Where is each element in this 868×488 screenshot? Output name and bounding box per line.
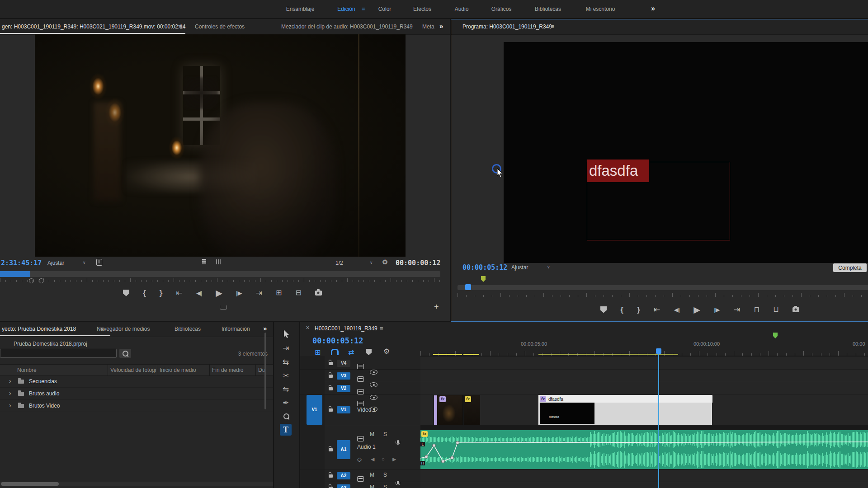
mute-button[interactable]: M xyxy=(370,484,374,488)
step-forward-icon[interactable]: |▶ xyxy=(236,290,242,296)
timeline-playhead-line[interactable] xyxy=(658,349,659,488)
track-badge-v2[interactable]: V2 xyxy=(337,385,350,392)
project-horizontal-scrollbar[interactable] xyxy=(0,482,273,486)
program-mark-in-icon[interactable]: { xyxy=(620,306,623,314)
mark-in-icon[interactable]: { xyxy=(143,289,146,297)
track-select-tool-icon[interactable]: ⇥ xyxy=(283,344,289,352)
selection-tool-icon[interactable] xyxy=(283,330,290,340)
timeline-clips-area[interactable]: fx fx fx dfasdfa dfasdfa xyxy=(420,356,868,488)
volume-rubber-band[interactable] xyxy=(420,430,868,469)
solo-button[interactable]: S xyxy=(383,484,387,488)
source-fit-caret-icon[interactable]: ∨ xyxy=(83,260,86,265)
track-header-a3[interactable]: A3 M S xyxy=(300,482,420,488)
project-tab-info[interactable]: Información xyxy=(222,326,250,332)
workspace-tab-mi-escritorio[interactable]: Mi escritorio xyxy=(586,6,615,12)
bin-label[interactable]: Secuencias xyxy=(29,378,57,385)
program-export-frame-icon[interactable] xyxy=(793,307,799,312)
solo-button[interactable]: S xyxy=(383,431,387,437)
source-tab-active[interactable]: gen: H003C001_190119_R349: H003C021_1901… xyxy=(2,23,186,30)
workspace-tab-efectos[interactable]: Efectos xyxy=(413,6,431,12)
mute-button[interactable]: M xyxy=(370,431,374,437)
next-keyframe-icon[interactable]: ▶ xyxy=(392,456,396,462)
bin-row-secuencias[interactable]: › Secuencias xyxy=(0,375,273,388)
track-output-icon[interactable] xyxy=(357,401,364,406)
project-tab-libraries[interactable]: Bibliotecas xyxy=(175,326,201,332)
column-inicio[interactable]: Inicio de medio xyxy=(160,367,196,373)
source-tab-metadata[interactable]: Meta xyxy=(422,23,434,30)
bin-label[interactable]: Brutos Video xyxy=(29,403,60,409)
drag-av-button-icon[interactable] xyxy=(216,259,221,264)
lift-icon[interactable]: ⊓ xyxy=(754,306,759,313)
go-to-in-icon[interactable]: ⇤ xyxy=(176,289,183,297)
workspace-tab-bibliotecas[interactable]: Bibliotecas xyxy=(535,6,561,12)
track-output-icon[interactable] xyxy=(357,476,364,482)
program-play-button-icon[interactable]: ▶ xyxy=(693,305,700,314)
add-button-icon[interactable]: + xyxy=(434,303,439,311)
program-video-viewport[interactable]: dfasdfa xyxy=(504,42,868,263)
column-velocidad[interactable]: Velocidad de fotogr xyxy=(110,367,157,373)
program-step-forward-icon[interactable]: |▶ xyxy=(714,307,720,313)
prev-keyframe-icon[interactable]: ◀ xyxy=(371,456,374,462)
program-scrubber-track[interactable] xyxy=(458,285,868,290)
track-badge-v1[interactable]: V1 xyxy=(337,406,350,413)
track-badge-a3[interactable]: A3 xyxy=(337,484,350,488)
source-tab-effect-controls[interactable]: Controles de efectos xyxy=(195,23,245,30)
timeline-playhead-head[interactable] xyxy=(656,348,661,354)
empty-track-a2[interactable] xyxy=(420,470,868,482)
program-step-back-icon[interactable]: ◀| xyxy=(674,307,680,313)
graphic-text-overlay[interactable]: dfasdfa xyxy=(587,160,649,182)
razor-tool-icon[interactable]: ✂ xyxy=(283,372,289,380)
empty-track-v4[interactable] xyxy=(420,357,868,369)
track-output-icon[interactable] xyxy=(357,364,364,369)
track-badge-v3[interactable]: V3 xyxy=(337,372,350,380)
solo-button[interactable]: S xyxy=(383,472,387,478)
track-header-a1[interactable]: A1 M S Audio 1 ◇ ◀ ○ ▶ xyxy=(300,430,420,469)
track-output-icon[interactable] xyxy=(357,389,364,394)
track-v1-lane[interactable]: fx fx fx dfasdfa dfasdfa xyxy=(420,395,868,425)
drag-handle-widget[interactable] xyxy=(220,305,227,310)
workspace-overflow-icon[interactable]: » xyxy=(651,5,655,13)
track-badge-v4[interactable]: V4 xyxy=(337,360,350,367)
project-search-input[interactable] xyxy=(0,349,117,358)
disclosure-icon[interactable]: › xyxy=(9,377,11,385)
workspace-tab-graficos[interactable]: Gráficos xyxy=(491,6,512,12)
source-fit-dropdown[interactable]: Ajustar xyxy=(47,260,64,266)
video-clip-2[interactable]: fx xyxy=(463,395,480,425)
project-tab-media-browser[interactable]: Navegador de medios xyxy=(97,326,150,332)
mute-button[interactable]: M xyxy=(370,472,374,478)
scrollbar-thumb[interactable] xyxy=(1,482,59,486)
project-tab-overflow-icon[interactable]: » xyxy=(263,324,267,332)
source-zoom-dropdown[interactable]: 1/2 xyxy=(335,260,343,266)
bin-row-brutos-audio[interactable]: › Brutos audio xyxy=(0,388,273,400)
ripple-edit-tool-icon[interactable]: ⇆ xyxy=(283,358,289,366)
source-current-timecode[interactable]: 2:31:45:17 xyxy=(1,259,42,267)
track-badge-a2[interactable]: A2 xyxy=(337,472,350,479)
timeline-settings-wrench-icon[interactable]: ⚙ xyxy=(383,348,390,355)
type-tool-button[interactable]: T xyxy=(280,424,292,436)
program-go-to-in-icon[interactable]: ⇤ xyxy=(654,306,660,314)
bin-label[interactable]: Brutos audio xyxy=(29,390,59,397)
track-header-v4[interactable]: V4 xyxy=(300,357,420,370)
lock-icon[interactable] xyxy=(329,474,333,478)
source-tab-audio-mixer[interactable]: Mezclador del clip de audio: H003C001_19… xyxy=(281,23,413,30)
export-frame-icon[interactable] xyxy=(315,291,322,296)
slip-tool-icon[interactable]: ⇋ xyxy=(283,385,289,393)
project-search-button[interactable] xyxy=(119,349,131,358)
zoom-tool-icon[interactable] xyxy=(283,413,289,419)
column-fin[interactable]: Fin de medio xyxy=(212,367,243,373)
lock-icon[interactable] xyxy=(329,387,333,390)
workspace-tab-edicion[interactable]: Edición xyxy=(337,6,355,12)
empty-track-a3[interactable] xyxy=(420,482,868,488)
project-file-name[interactable]: Prueba Domestika 2018.prproj xyxy=(14,341,87,347)
add-keyframe-icon[interactable]: ○ xyxy=(382,456,385,462)
project-tab-active[interactable]: yecto: Prueba Domestika 2018 xyxy=(2,326,76,332)
workspace-menu-icon[interactable]: ≡ xyxy=(362,5,365,12)
lock-icon[interactable] xyxy=(329,375,333,378)
timeline-current-timecode[interactable]: 00:00:05:12 xyxy=(312,336,363,345)
track-name-audio1[interactable]: Audio 1 xyxy=(357,444,376,450)
safe-margins-button[interactable] xyxy=(96,259,102,266)
audio-clip-a1[interactable]: fx L R xyxy=(420,430,868,469)
timeline-panel-menu-icon[interactable]: ≡ xyxy=(380,325,383,332)
keyframe-toggle-icon[interactable]: ◇ xyxy=(357,456,362,462)
extract-icon[interactable]: ⊔ xyxy=(773,306,778,313)
